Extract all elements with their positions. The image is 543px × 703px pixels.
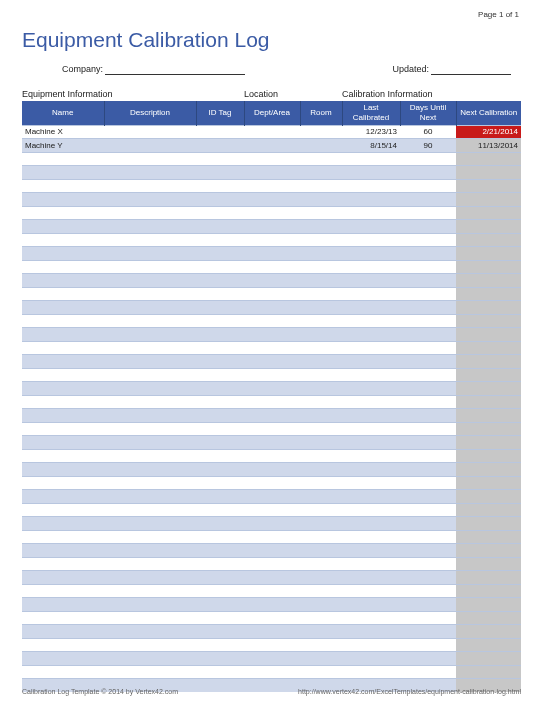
cell xyxy=(196,125,244,139)
cell xyxy=(342,287,400,301)
cell xyxy=(400,611,456,625)
cell xyxy=(104,260,196,274)
cell xyxy=(400,166,456,180)
cell xyxy=(342,166,400,180)
table-body: Machine X12/23/13602/21/2014Machine Y8/1… xyxy=(22,125,521,692)
cell xyxy=(400,395,456,409)
cell xyxy=(342,233,400,247)
company-blank xyxy=(105,65,245,75)
cell xyxy=(342,422,400,436)
cell xyxy=(300,571,342,585)
cell xyxy=(22,341,104,355)
cell xyxy=(196,611,244,625)
cell xyxy=(342,476,400,490)
cell xyxy=(300,139,342,153)
cell xyxy=(244,490,300,504)
cell xyxy=(300,179,342,193)
cell xyxy=(104,287,196,301)
cell xyxy=(342,314,400,328)
cell xyxy=(300,652,342,666)
table-row xyxy=(22,517,521,531)
cell xyxy=(22,287,104,301)
cell xyxy=(104,395,196,409)
cell xyxy=(400,476,456,490)
cell xyxy=(342,557,400,571)
cell xyxy=(244,517,300,531)
cell xyxy=(196,206,244,220)
cell xyxy=(196,409,244,423)
cell xyxy=(244,638,300,652)
cell xyxy=(456,260,521,274)
table-row xyxy=(22,368,521,382)
cell xyxy=(400,436,456,450)
cell xyxy=(300,274,342,288)
cell xyxy=(22,503,104,517)
company-field: Company: xyxy=(62,64,245,75)
cell xyxy=(300,476,342,490)
cell xyxy=(300,503,342,517)
cell xyxy=(244,314,300,328)
cell xyxy=(342,247,400,261)
cell xyxy=(342,220,400,234)
cell xyxy=(244,422,300,436)
cell xyxy=(400,247,456,261)
cell xyxy=(400,571,456,585)
cell xyxy=(456,179,521,193)
cell xyxy=(104,517,196,531)
cell xyxy=(342,301,400,315)
cell xyxy=(400,233,456,247)
cell xyxy=(244,220,300,234)
cell xyxy=(22,152,104,166)
cell xyxy=(196,652,244,666)
cell xyxy=(400,314,456,328)
cell xyxy=(22,206,104,220)
cell xyxy=(342,571,400,585)
cell xyxy=(342,179,400,193)
cell xyxy=(22,638,104,652)
cell xyxy=(196,287,244,301)
cell xyxy=(456,476,521,490)
cell xyxy=(244,530,300,544)
cell xyxy=(244,139,300,153)
cell xyxy=(22,557,104,571)
cell xyxy=(22,314,104,328)
cell xyxy=(300,328,342,342)
cell xyxy=(456,287,521,301)
cell xyxy=(300,409,342,423)
cell xyxy=(104,584,196,598)
cell xyxy=(456,220,521,234)
cell xyxy=(300,301,342,315)
cell xyxy=(400,490,456,504)
cell xyxy=(22,598,104,612)
cell xyxy=(196,449,244,463)
cell xyxy=(342,260,400,274)
cell xyxy=(196,247,244,261)
cell: 12/23/13 xyxy=(342,125,400,139)
table-row xyxy=(22,314,521,328)
cell xyxy=(104,436,196,450)
cell xyxy=(244,449,300,463)
cell xyxy=(104,490,196,504)
cell xyxy=(244,260,300,274)
table-row xyxy=(22,436,521,450)
cell xyxy=(400,301,456,315)
cell xyxy=(22,652,104,666)
cell xyxy=(300,611,342,625)
updated-blank xyxy=(431,65,511,75)
cell xyxy=(196,476,244,490)
cell xyxy=(196,625,244,639)
table-row xyxy=(22,449,521,463)
cell xyxy=(456,328,521,342)
cell xyxy=(22,274,104,288)
cell xyxy=(400,206,456,220)
cell xyxy=(196,341,244,355)
cell xyxy=(300,152,342,166)
company-label: Company: xyxy=(62,64,103,75)
cell xyxy=(342,490,400,504)
cell xyxy=(400,638,456,652)
cell xyxy=(456,463,521,477)
cell xyxy=(196,382,244,396)
cell xyxy=(400,652,456,666)
cell xyxy=(300,665,342,679)
cell xyxy=(196,368,244,382)
